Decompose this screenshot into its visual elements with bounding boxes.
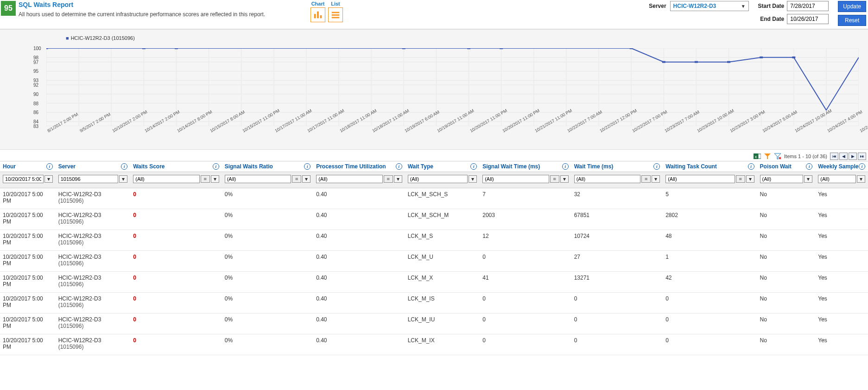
filter-input-hour[interactable] [3, 175, 44, 183]
report-header: 95 SQL Waits Report All hours used to de… [0, 0, 868, 29]
table-row[interactable]: 10/20/2017 5:00 PMHCIC-W12R2-D3(1015096)… [0, 313, 868, 334]
info-icon[interactable]: i [562, 163, 569, 170]
filter-dropdown-icon[interactable]: ▾ [746, 175, 754, 183]
cell-proc-util: 0.40 [313, 209, 405, 230]
cell-signal-wait-ms: 41 [480, 272, 571, 293]
cell-poison: No [757, 188, 816, 209]
report-subtitle: All hours used to determine the current … [19, 11, 297, 18]
table-row[interactable]: 10/20/2017 5:00 PMHCIC-W12R2-D3(1015096)… [0, 272, 868, 293]
server-dropdown-value: HCIC-W12R2-D3 [673, 3, 716, 9]
list-toggle-label: List [331, 1, 340, 6]
page-prev-button[interactable]: ◀ [839, 153, 848, 160]
filter-operator[interactable]: = [736, 175, 745, 183]
filter-input-wait_time_ms[interactable] [574, 175, 640, 183]
table-row[interactable]: 10/20/2017 5:00 PMHCIC-W12R2-D3(1015096)… [0, 209, 868, 230]
y-tick-label: 88 [33, 101, 38, 106]
table-row[interactable]: 10/20/2017 5:00 PMHCIC-W12R2-D3(1015096)… [0, 230, 868, 251]
column-header-weekly[interactable]: Weekly Samplei [815, 161, 868, 172]
start-date-input[interactable] [787, 1, 829, 11]
column-header-wait_type[interactable]: Wait Typei [405, 161, 480, 172]
info-icon[interactable]: i [304, 163, 310, 170]
filter-input-weekly[interactable] [818, 175, 856, 183]
filter-input-poison[interactable] [760, 175, 804, 183]
table-row[interactable]: 10/20/2017 5:00 PMHCIC-W12R2-D3(1015096)… [0, 251, 868, 272]
cell-server: HCIC-W12R2-D3(1015096) [56, 188, 131, 209]
filter-input-task_count[interactable] [665, 175, 735, 183]
results-grid: HouriServeriWaits ScoreiSignal Waits Rat… [0, 161, 868, 355]
column-header-wait_time_ms[interactable]: Wait Time (ms)i [571, 161, 663, 172]
column-header-label: Processor Time Utilization [316, 163, 386, 170]
filter-input-wait_type[interactable] [408, 175, 468, 183]
export-excel-icon[interactable]: x [754, 153, 761, 160]
filter-input-waits_score[interactable] [133, 175, 199, 183]
cell-wait-type: LCK_M_SCH_M [405, 209, 480, 230]
column-header-signal_wait_ms[interactable]: Signal Wait Time (ms)i [480, 161, 571, 172]
filter-icon[interactable] [764, 153, 771, 160]
chart-plot[interactable]: 10098979593929088868483 [46, 48, 859, 126]
chart-panel: ■HCIC-W12R2-D3 (1015096) 100989795939290… [0, 29, 868, 150]
filter-dropdown-icon[interactable]: ▾ [119, 175, 127, 183]
filter-dropdown-icon[interactable]: ▾ [302, 175, 310, 183]
column-header-hour[interactable]: Houri [0, 161, 56, 172]
info-icon[interactable]: i [806, 163, 812, 170]
filter-operator[interactable]: = [201, 175, 210, 183]
filter-input-signal_wait_ms[interactable] [482, 175, 549, 183]
list-view-button[interactable] [328, 7, 343, 22]
page-next-button[interactable]: ▶ [849, 153, 857, 160]
info-icon[interactable]: i [213, 163, 219, 170]
table-row[interactable]: 10/20/2017 5:00 PMHCIC-W12R2-D3(1015096)… [0, 334, 868, 355]
column-header-poison[interactable]: Poison Waiti [757, 161, 816, 172]
filter-dropdown-icon[interactable]: ▾ [469, 175, 477, 183]
server-label: Server [649, 3, 666, 9]
cell-server: HCIC-W12R2-D3(1015096) [56, 313, 131, 334]
info-icon[interactable]: i [653, 163, 660, 170]
cell-weekly: Yes [815, 209, 868, 230]
cell-wait-time-ms: 0 [571, 293, 663, 313]
column-header-signal_ratio[interactable]: Signal Waits Ratioi [222, 161, 313, 172]
update-button[interactable]: Update [838, 1, 866, 12]
filter-input-server[interactable] [58, 175, 119, 183]
filter-dropdown-icon[interactable]: ▾ [857, 175, 865, 183]
info-icon[interactable]: i [46, 163, 53, 170]
reset-button[interactable]: Reset [838, 15, 866, 26]
filter-dropdown-icon[interactable]: ▾ [560, 175, 569, 183]
cell-task-count: 1 [663, 251, 757, 272]
column-header-server[interactable]: Serveri [56, 161, 131, 172]
column-header-label: Server [58, 163, 76, 170]
end-date-input[interactable] [787, 14, 829, 24]
filter-dropdown-icon[interactable]: ▾ [44, 175, 53, 183]
cell-hour: 10/20/2017 5:00 PM [0, 188, 56, 209]
column-header-proc_util[interactable]: Processor Time Utilizationi [313, 161, 405, 172]
column-header-waits_score[interactable]: Waits Scorei [130, 161, 222, 172]
table-row[interactable]: 10/20/2017 5:00 PMHCIC-W12R2-D3(1015096)… [0, 188, 868, 209]
score-badge: 95 [1, 1, 16, 16]
info-icon[interactable]: i [121, 163, 127, 170]
grid-header-row: HouriServeriWaits ScoreiSignal Waits Rat… [0, 161, 868, 172]
filter-dropdown-icon[interactable]: ▾ [804, 175, 812, 183]
filter-operator[interactable]: = [292, 175, 301, 183]
svg-rect-1 [317, 12, 319, 19]
info-icon[interactable]: i [748, 163, 754, 170]
filter-operator[interactable]: = [550, 175, 559, 183]
cell-hour: 10/20/2017 5:00 PM [0, 293, 56, 313]
filter-input-proc_util[interactable] [316, 175, 382, 183]
cell-server: HCIC-W12R2-D3(1015096) [56, 209, 131, 230]
filter-dropdown-icon[interactable]: ▾ [211, 175, 219, 183]
filter-operator[interactable]: = [384, 175, 393, 183]
table-row[interactable]: 10/20/2017 5:00 PMHCIC-W12R2-D3(1015096)… [0, 293, 868, 313]
filter-operator[interactable]: = [641, 175, 651, 183]
cell-poison: No [757, 313, 816, 334]
filter-input-signal_ratio[interactable] [225, 175, 291, 183]
page-first-button[interactable]: ⏮ [830, 153, 838, 160]
info-icon[interactable]: i [396, 163, 402, 170]
info-icon[interactable]: i [859, 163, 865, 170]
clear-filter-icon[interactable] [774, 153, 781, 160]
chart-view-button[interactable] [310, 7, 325, 22]
column-header-task_count[interactable]: Waiting Task Counti [663, 161, 757, 172]
filter-dropdown-icon[interactable]: ▾ [394, 175, 402, 183]
info-icon[interactable]: i [470, 163, 477, 170]
page-last-button[interactable]: ⏭ [858, 153, 866, 160]
filter-dropdown-icon[interactable]: ▾ [652, 175, 660, 183]
cell-waits-score: 0 [130, 188, 222, 209]
server-dropdown[interactable]: HCIC-W12R2-D3 ▼ [670, 1, 749, 11]
